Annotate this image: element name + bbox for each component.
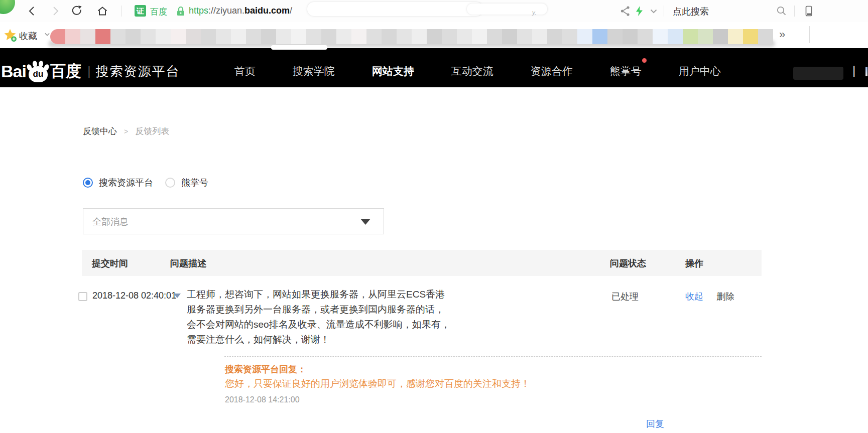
baidu-logo[interactable]: Bai du 百度 <box>1 60 81 83</box>
redacted-bookmark[interactable] <box>592 29 607 44</box>
baidu-paw-icon: du <box>27 60 50 83</box>
redacted-bookmark[interactable] <box>607 29 623 44</box>
redacted-bookmark[interactable] <box>65 29 80 44</box>
redacted-bookmark[interactable] <box>427 29 442 44</box>
redacted-bookmark[interactable] <box>442 29 457 44</box>
top-nav: Bai du 百度 | 搜索资源平台 首页搜索学院网站支持互动交流资源合作熊掌号… <box>0 48 868 87</box>
nav-home[interactable]: 首页 <box>234 64 256 78</box>
redacted-bookmark[interactable] <box>457 29 472 44</box>
redacted-bookmark[interactable] <box>366 29 382 44</box>
radio-search-platform[interactable]: 搜索资源平台 <box>83 177 153 189</box>
chevron-down-icon[interactable] <box>648 5 660 17</box>
redacted-bookmark[interactable] <box>472 29 487 44</box>
home-icon[interactable] <box>96 5 108 17</box>
baidu-logo-du: du <box>33 69 44 79</box>
redacted-bookmark[interactable] <box>412 29 427 44</box>
redacted-bookmark[interactable] <box>336 29 351 44</box>
redacted-bookmark[interactable] <box>577 29 592 44</box>
redacted-bookmark[interactable] <box>201 29 216 44</box>
redacted-bookmark[interactable] <box>743 29 758 44</box>
url-path: / <box>290 6 292 16</box>
redacted-bookmark[interactable] <box>351 29 366 44</box>
url-remnant: y. <box>532 9 537 16</box>
radio-search-platform-circle <box>83 178 93 188</box>
redacted-bookmark[interactable] <box>713 29 728 44</box>
delete-link[interactable]: 删除 <box>716 291 734 303</box>
row-actions: 收起删除 <box>685 291 734 303</box>
redacted-bookmark[interactable] <box>50 29 65 44</box>
redacted-bookmark[interactable] <box>80 29 95 44</box>
share-icon[interactable] <box>619 5 632 17</box>
redacted-bookmark[interactable] <box>321 29 336 44</box>
platform-name[interactable]: 搜索资源平台 <box>96 63 180 80</box>
redacted-bookmark[interactable] <box>487 29 502 44</box>
address-bar[interactable]: https://ziyuan.baidu.com/ <box>189 6 292 16</box>
redacted-bookmark[interactable] <box>216 29 231 44</box>
reply-divider <box>224 356 762 357</box>
redacted-bookmark[interactable] <box>110 29 126 44</box>
redacted-bookmark[interactable] <box>653 29 668 44</box>
search-input[interactable]: 点此搜索 <box>673 6 709 18</box>
nav-site-support[interactable]: 网站支持 <box>372 64 414 78</box>
search-icon[interactable] <box>776 5 788 17</box>
redacted-bookmark[interactable] <box>171 29 186 44</box>
redacted-bookmark[interactable] <box>291 29 306 44</box>
redacted-bookmark[interactable] <box>638 29 653 44</box>
radio-xiongzhang-label: 熊掌号 <box>181 177 208 189</box>
redacted-bookmark[interactable] <box>246 29 261 44</box>
refresh-icon[interactable] <box>71 5 83 17</box>
redacted-bookmark[interactable] <box>502 29 517 44</box>
redacted-bookmark[interactable] <box>231 29 246 44</box>
redacted-bookmark[interactable] <box>547 29 562 44</box>
header-description: 问题描述 <box>170 257 206 269</box>
redacted-bookmark[interactable] <box>141 29 156 44</box>
header-actions: 操作 <box>685 257 703 269</box>
message-filter-select[interactable]: 全部消息 <box>83 208 384 234</box>
message-filter-value: 全部消息 <box>92 216 129 228</box>
nav-resource-cooperation[interactable]: 资源合作 <box>531 64 573 78</box>
redacted-bookmark[interactable] <box>668 29 683 44</box>
redacted-bookmark[interactable] <box>532 29 547 44</box>
lightning-icon[interactable] <box>634 5 646 17</box>
username-redacted[interactable] <box>793 67 843 80</box>
breadcrumb-item[interactable]: 反馈中心 <box>83 125 117 137</box>
submit-time: 2018-12-08 02:40:01 <box>92 291 176 301</box>
redacted-bookmark[interactable] <box>276 29 291 44</box>
nav-xiongzhang[interactable]: 熊掌号 <box>610 64 642 78</box>
redacted-bookmark[interactable] <box>623 29 638 44</box>
radio-xiongzhang[interactable]: 熊掌号 <box>165 177 208 189</box>
redacted-bookmark[interactable] <box>306 29 321 44</box>
forward-icon[interactable] <box>49 5 61 17</box>
redacted-bookmark[interactable] <box>382 29 397 44</box>
redacted-bookmark[interactable] <box>95 29 110 44</box>
redacted-bookmark[interactable] <box>186 29 201 44</box>
nav-interaction[interactable]: 互动交流 <box>451 64 493 78</box>
radio-xiongzhang-circle <box>165 178 175 188</box>
toolbar-divider <box>664 6 664 17</box>
redacted-bookmark[interactable] <box>698 29 713 44</box>
collapse-link[interactable]: 收起 <box>685 291 703 303</box>
nav-search-academy[interactable]: 搜索学院 <box>293 64 335 78</box>
reply-link[interactable]: 回复 <box>646 418 664 430</box>
back-icon[interactable] <box>26 5 38 17</box>
toolbar-divider <box>121 6 122 17</box>
redacted-bookmark[interactable] <box>156 29 171 44</box>
collapse-caret-icon[interactable] <box>174 294 181 298</box>
nav-user-center[interactable]: 用户中心 <box>679 64 721 78</box>
redacted-bookmark[interactable] <box>758 29 773 44</box>
page: 证 百度 https://ziyuan.baidu.com/ y. 点此搜索 <box>0 0 868 433</box>
phone-icon[interactable] <box>802 5 814 17</box>
redacted-bookmark[interactable] <box>126 29 141 44</box>
redacted-bookmark[interactable] <box>728 29 743 44</box>
redacted-bookmark[interactable] <box>261 29 276 44</box>
star-add-icon[interactable] <box>3 28 17 42</box>
redacted-bookmark[interactable] <box>562 29 577 44</box>
redacted-bookmark[interactable] <box>397 29 412 44</box>
redacted-bookmark[interactable] <box>517 29 532 44</box>
user-divider: | <box>852 63 855 77</box>
favorites-button[interactable]: 收藏 <box>19 30 37 42</box>
row-checkbox[interactable] <box>78 292 87 301</box>
bookmarks-overflow-chevron[interactable]: » <box>779 28 785 41</box>
cert-badge[interactable]: 证 <box>135 5 146 17</box>
redacted-bookmark[interactable] <box>683 29 698 44</box>
